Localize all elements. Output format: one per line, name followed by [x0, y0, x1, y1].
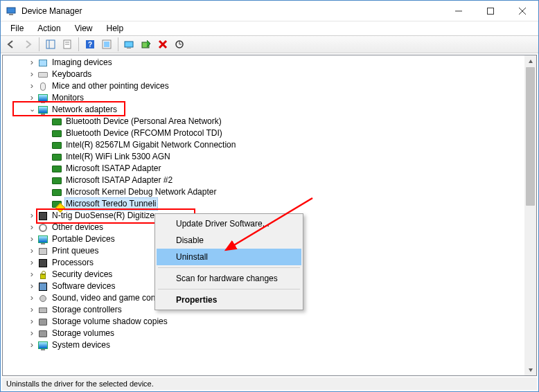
tree-item[interactable]: Microsoft ISATAP Adapter	[3, 163, 524, 175]
tree-item-keyboards[interactable]: Keyboards	[3, 69, 524, 80]
nic-icon	[51, 163, 62, 175]
svg-rect-1	[9, 14, 13, 15]
tree-item[interactable]: Bluetooth Device (RFCOMM Protocol TDI)	[3, 127, 524, 139]
close-button[interactable]	[506, 1, 538, 21]
vertical-scrollbar[interactable]	[524, 55, 536, 375]
show-hide-tree-button[interactable]	[43, 37, 58, 52]
nic-icon	[51, 128, 62, 139]
scan-hardware-button[interactable]	[172, 37, 187, 52]
storage-icon	[37, 305, 48, 316]
menu-view[interactable]: View	[69, 23, 98, 34]
menu-update-driver[interactable]: Update Driver Software...	[157, 215, 301, 232]
tree-item[interactable]: Intel(R) 82567LM Gigabit Network Connect…	[3, 139, 524, 151]
nic-icon	[51, 152, 62, 163]
nic-warning-icon	[51, 199, 62, 210]
action-button[interactable]	[99, 37, 114, 52]
tree-item[interactable]: Microsoft Kernel Debug Network Adapter	[3, 186, 524, 198]
toolbar: ?	[1, 35, 538, 53]
menu-separator	[158, 289, 300, 289]
printer-icon	[37, 246, 48, 257]
menu-help[interactable]: Help	[101, 23, 130, 34]
svg-rect-16	[127, 48, 131, 48]
svg-rect-15	[125, 42, 133, 47]
enable-button[interactable]	[139, 37, 154, 52]
svg-text:?: ?	[88, 41, 92, 48]
monitor-icon	[37, 340, 48, 351]
svg-rect-0	[7, 8, 15, 13]
lock-icon	[37, 269, 48, 280]
scroll-up-icon[interactable]	[524, 55, 536, 67]
tree-item-shadow-copies[interactable]: Storage volume shadow copies	[3, 316, 524, 328]
tree-item-teredo[interactable]: Microsoft Teredo Tunneli	[3, 198, 524, 210]
tree-item-imaging-devices[interactable]: Imaging devices	[3, 57, 524, 69]
software-icon	[37, 281, 48, 292]
menubar: File Action View Help	[1, 21, 538, 35]
scroll-thumb[interactable]	[526, 67, 535, 206]
menu-uninstall[interactable]: Uninstall	[157, 249, 301, 265]
titlebar: Device Manager	[1, 1, 538, 21]
mouse-icon	[37, 81, 48, 92]
nic-icon	[51, 175, 62, 186]
nic-icon	[51, 187, 62, 198]
tree-item[interactable]: Intel(R) WiFi Link 5300 AGN	[3, 151, 524, 163]
minimize-button[interactable]	[443, 1, 475, 21]
uninstall-button[interactable]	[155, 37, 170, 52]
svg-rect-14	[104, 42, 109, 47]
monitor-icon	[37, 105, 48, 116]
menu-scan-hardware[interactable]: Scan for hardware changes	[157, 270, 301, 287]
statusbar: Uninstalls the driver for the selected d…	[2, 377, 537, 390]
disk-icon	[37, 328, 48, 339]
nic-icon	[51, 140, 62, 151]
tree-item-system[interactable]: System devices	[3, 339, 524, 351]
nic-icon	[51, 116, 62, 127]
device-manager-icon	[6, 6, 17, 17]
menu-file[interactable]: File	[5, 23, 29, 34]
menu-properties[interactable]: Properties	[157, 292, 301, 308]
window-title: Device Manager	[21, 6, 82, 16]
context-menu: Update Driver Software... Disable Uninst…	[154, 213, 303, 310]
device-icon	[37, 211, 48, 222]
maximize-button[interactable]	[475, 1, 506, 21]
menu-action[interactable]: Action	[32, 23, 66, 34]
imaging-icon	[37, 57, 48, 69]
tree-item-monitors[interactable]: Monitors	[3, 92, 524, 104]
gear-icon	[37, 222, 48, 233]
properties-button[interactable]	[60, 37, 75, 52]
disk-icon	[37, 317, 48, 328]
svg-rect-6	[46, 40, 55, 48]
back-button[interactable]	[3, 37, 19, 52]
svg-rect-3	[488, 8, 494, 14]
tree-item-mice[interactable]: Mice and other pointing devices	[3, 80, 524, 92]
tree-item-network-adapters[interactable]: Network adapters	[3, 104, 524, 116]
help-button[interactable]: ?	[82, 37, 98, 52]
menu-separator	[158, 267, 300, 268]
cpu-icon	[37, 258, 48, 269]
keyboard-icon	[37, 69, 48, 80]
status-text: Uninstalls the driver for the selected d…	[6, 380, 154, 388]
scroll-down-icon[interactable]	[524, 364, 536, 375]
update-driver-button[interactable]	[122, 37, 137, 52]
forward-button[interactable]	[20, 37, 35, 52]
tree-item-storage-volumes[interactable]: Storage volumes	[3, 328, 524, 339]
sound-icon	[37, 293, 48, 304]
monitor-icon	[37, 93, 48, 104]
tree-item[interactable]: Bluetooth Device (Personal Area Network)	[3, 116, 524, 127]
tree-item[interactable]: Microsoft ISATAP Adapter #2	[3, 175, 524, 186]
menu-disable[interactable]: Disable	[157, 232, 301, 249]
monitor-icon	[37, 234, 48, 245]
